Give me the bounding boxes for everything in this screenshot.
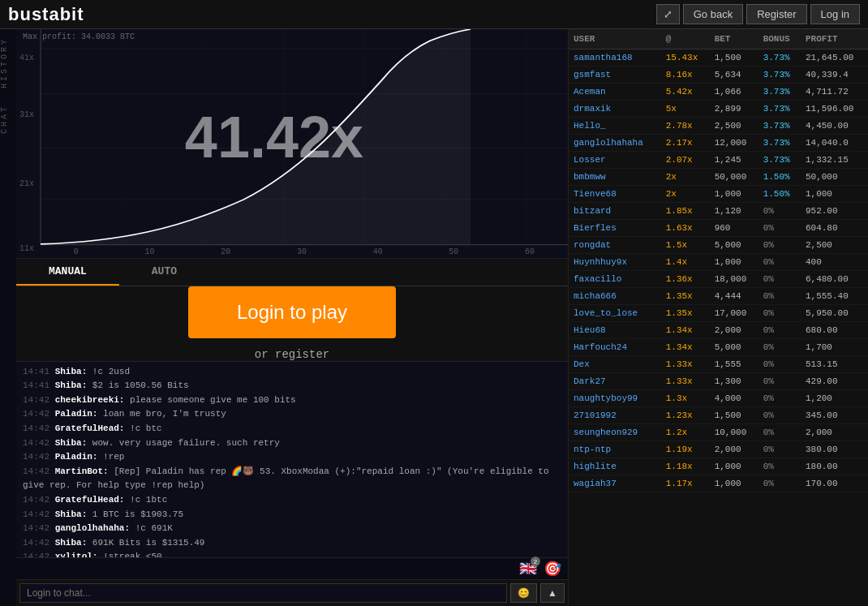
chat-text: 1 BTC is $1903.75 xyxy=(92,509,183,519)
tab-auto[interactable]: AUTO xyxy=(119,259,209,286)
cell-user[interactable]: Aceman xyxy=(569,84,661,101)
login-to-play-button[interactable]: Login to play xyxy=(188,286,396,338)
cell-at: 1.34x xyxy=(661,339,710,356)
chat-username[interactable]: cheekibreeki: xyxy=(55,395,125,405)
table-row[interactable]: Aceman 5.42x 1,066 3.73% 4,711.72 xyxy=(569,84,868,101)
chat-username[interactable]: Paladin: xyxy=(55,409,98,419)
table-row[interactable]: Huynhhuy9x 1.4x 1,000 0% 400 xyxy=(569,254,868,271)
cell-user[interactable]: bmbmww xyxy=(569,169,661,186)
table-row[interactable]: wagiah37 1.17x 1,000 0% 170.00 xyxy=(569,475,868,492)
cell-user[interactable]: Losser xyxy=(569,152,661,169)
cell-user[interactable]: naughtyboy99 xyxy=(569,390,661,407)
flag-other-badge[interactable]: 🎯 xyxy=(544,560,561,578)
cell-profit: 21,645.00 xyxy=(801,49,868,67)
chat-username[interactable]: Shiba: xyxy=(55,367,88,376)
cell-user[interactable]: faxacillo xyxy=(569,271,661,288)
x-label-20: 20 xyxy=(221,247,230,256)
cell-bet: 1,066 xyxy=(710,84,758,101)
table-row[interactable]: highlite 1.18x 1,000 0% 180.00 xyxy=(569,458,868,475)
table-row[interactable]: Harfouch24 1.34x 5,000 0% 1,700 xyxy=(569,339,868,356)
cell-profit: 180.00 xyxy=(801,458,868,475)
cell-user[interactable]: rongdat xyxy=(569,237,661,254)
cell-user[interactable]: micha666 xyxy=(569,288,661,305)
cell-bonus: 0% xyxy=(758,288,801,305)
cell-user[interactable]: samantha168 xyxy=(569,49,661,67)
cell-bet: 17,000 xyxy=(710,305,758,322)
table-row[interactable]: gsmfast 8.16x 5,634 3.73% 40,339.4 xyxy=(569,67,868,84)
table-row[interactable]: Losser 2.07x 1,245 3.73% 1,332.15 xyxy=(569,152,868,169)
chat-username[interactable]: Shiba: xyxy=(55,509,88,519)
chat-username[interactable]: MartinBot: xyxy=(55,466,109,476)
table-row[interactable]: micha666 1.35x 4,444 0% 1,555.40 xyxy=(569,288,868,305)
chat-username[interactable]: GratefulHead: xyxy=(55,495,125,505)
cell-user[interactable]: Dark27 xyxy=(569,373,661,390)
chat-message: 14:42 Shiba: wow. very usage failure. su… xyxy=(23,436,561,451)
table-row[interactable]: bitzard 1.85x 1,120 0% 952.00 xyxy=(569,203,868,220)
expand-button[interactable]: ⤢ xyxy=(656,4,680,24)
tab-manual[interactable]: MANUAL xyxy=(16,259,119,286)
cell-user[interactable]: bitzard xyxy=(569,203,661,220)
cell-user[interactable]: wagiah37 xyxy=(569,475,661,492)
cell-bonus: 0% xyxy=(758,475,801,492)
cell-user[interactable]: seungheon929 xyxy=(569,424,661,441)
cell-user[interactable]: gsmfast xyxy=(569,67,661,84)
chat-message: 14:42 Shiba: 691K Bits is $1315.49 xyxy=(23,536,561,551)
cell-bonus: 0% xyxy=(758,390,801,407)
go-back-button[interactable]: Go back xyxy=(683,4,743,24)
chat-username[interactable]: Shiba: xyxy=(55,438,88,448)
table-row[interactable]: Bierfles 1.63x 960 0% 604.80 xyxy=(569,220,868,237)
chat-text: !c 691K xyxy=(135,523,173,533)
table-row[interactable]: ntp-ntp 1.19x 2,000 0% 380.00 xyxy=(569,441,868,458)
cell-user[interactable]: highlite xyxy=(569,458,661,475)
cell-bonus: 0% xyxy=(758,322,801,339)
x-label-30: 30 xyxy=(297,247,307,256)
or-register: or register xyxy=(255,348,329,361)
cell-user[interactable]: Tienve68 xyxy=(569,186,661,203)
table-row[interactable]: drmaxik 5x 2,899 3.73% 11,596.00 xyxy=(569,101,868,118)
cell-user[interactable]: Hieu68 xyxy=(569,322,661,339)
cell-profit: 5,950.00 xyxy=(801,305,868,322)
chat-username[interactable]: Paladin: xyxy=(55,452,98,462)
chat-expand-button[interactable]: ▲ xyxy=(540,583,565,603)
table-row[interactable]: Hello_ 2.78x 2,500 3.73% 4,450.00 xyxy=(569,118,868,135)
chat-username[interactable]: Shiba: xyxy=(55,380,88,390)
table-row[interactable]: seungheon929 1.2x 10,000 0% 2,000 xyxy=(569,424,868,441)
cell-at: 1.19x xyxy=(661,441,710,458)
table-row[interactable]: 27101992 1.23x 1,500 0% 345.00 xyxy=(569,407,868,424)
cell-user[interactable]: ganglolhahaha xyxy=(569,135,661,152)
table-row[interactable]: Tienve68 2x 1,000 1.50% 1,000 xyxy=(569,186,868,203)
chat-username[interactable]: GratefulHead: xyxy=(55,423,125,433)
cell-at: 1.63x xyxy=(661,220,710,237)
chat-username[interactable]: xylitol: xyxy=(55,552,98,557)
chat-input[interactable] xyxy=(19,583,507,603)
cell-bet: 5,000 xyxy=(710,237,758,254)
cell-user[interactable]: Hello_ xyxy=(569,118,661,135)
table-row[interactable]: Dark27 1.33x 1,300 0% 429.00 xyxy=(569,373,868,390)
cell-user[interactable]: ntp-ntp xyxy=(569,441,661,458)
table-row[interactable]: Hieu68 1.34x 2,000 0% 680.00 xyxy=(569,322,868,339)
cell-user[interactable]: Huynhhuy9x xyxy=(569,254,661,271)
table-row[interactable]: naughtyboy99 1.3x 4,000 0% 1,200 xyxy=(569,390,868,407)
col-header-user: USER xyxy=(569,29,661,49)
table-row[interactable]: Dex 1.33x 1,555 0% 513.15 xyxy=(569,356,868,373)
cell-user[interactable]: love_to_lose xyxy=(569,305,661,322)
login-button[interactable]: Log in xyxy=(810,4,860,24)
table-row[interactable]: love_to_lose 1.35x 17,000 0% 5,950.00 xyxy=(569,305,868,322)
chat-username[interactable]: Shiba: xyxy=(55,538,88,548)
chat-username[interactable]: ganglolhahaha: xyxy=(55,523,130,533)
table-row[interactable]: ganglolhahaha 2.17x 12,000 3.73% 14,040.… xyxy=(569,135,868,152)
table-row[interactable]: samantha168 15.43x 1,500 3.73% 21,645.00 xyxy=(569,49,868,67)
cell-user[interactable]: Harfouch24 xyxy=(569,339,661,356)
cell-bonus: 0% xyxy=(758,373,801,390)
cell-user[interactable]: Dex xyxy=(569,356,661,373)
register-button[interactable]: Register xyxy=(746,4,806,24)
cell-user[interactable]: drmaxik xyxy=(569,101,661,118)
cell-user[interactable]: 27101992 xyxy=(569,407,661,424)
flag-uk-badge[interactable]: 🇬🇧 2 xyxy=(519,560,537,578)
table-row[interactable]: bmbmww 2x 50,000 1.50% 50,000 xyxy=(569,169,868,186)
table-row[interactable]: rongdat 1.5x 5,000 0% 2,500 xyxy=(569,237,868,254)
cell-user[interactable]: Bierfles xyxy=(569,220,661,237)
cell-bet: 1,000 xyxy=(710,254,758,271)
chat-emoji-button[interactable]: 😊 xyxy=(510,583,537,603)
table-row[interactable]: faxacillo 1.36x 18,000 0% 6,480.00 xyxy=(569,271,868,288)
